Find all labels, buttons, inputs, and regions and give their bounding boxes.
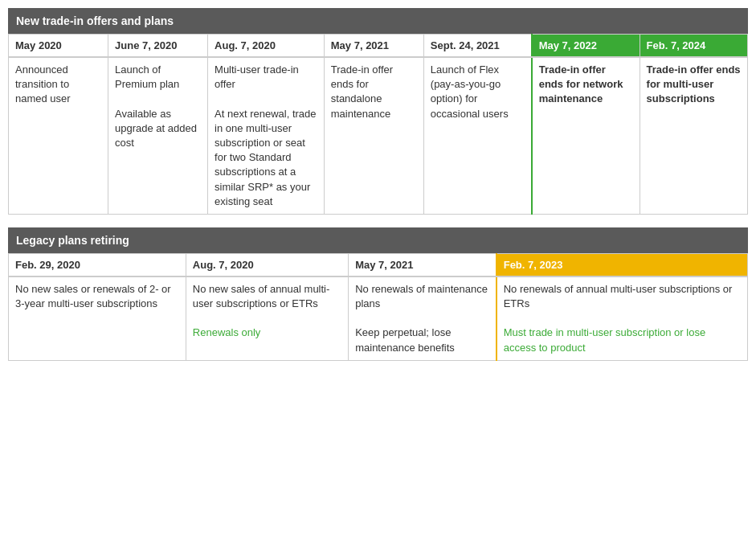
cell-may2022: Trade-in offer ends for network maintena… [532, 57, 640, 214]
section1-header-row: May 2020 June 7, 2020 Aug. 7, 2020 May 7… [9, 35, 748, 58]
col-header-may2020: May 2020 [9, 35, 108, 58]
section-legacy: Legacy plans retiring Feb. 29, 2020 Aug.… [8, 227, 748, 361]
cell-may2020-text: Announced transition to named user [15, 63, 71, 104]
col-header-sept2021: Sept. 24, 2021 [423, 35, 531, 58]
col-header-may2022: May 7, 2022 [532, 35, 640, 58]
cell2-feb2023-text1: No renewals of annual multi-user subscri… [504, 283, 733, 309]
cell-feb2024-text: Trade-in offer ends for multi-user subsc… [647, 63, 741, 104]
section2-header: Legacy plans retiring [8, 227, 748, 253]
cell-june2020-text2: Available as upgrade at added cost [115, 108, 197, 149]
col-header-aug2020: Aug. 7, 2020 [208, 35, 325, 58]
cell-june2020: Launch of Premium plan Available as upgr… [108, 57, 208, 214]
cell2-feb2020-text: No new sales or renewals of 2- or 3-year… [15, 283, 171, 309]
cell-sept2021-text: Launch of Flex (pay-as-you-go option) fo… [431, 63, 509, 120]
section2-header-row: Feb. 29, 2020 Aug. 7, 2020 May 7, 2021 F… [9, 253, 748, 276]
cell-may2022-text: Trade-in offer ends for network maintena… [539, 63, 623, 104]
section1-content-row: Announced transition to named user Launc… [9, 57, 748, 214]
cell2-may2021-text2: Keep perpetual; lose maintenance benefit… [355, 326, 455, 353]
col2-header-feb2020: Feb. 29, 2020 [9, 253, 186, 276]
col-header-may2021: May 7, 2021 [324, 35, 423, 58]
cell2-may2021-text1: No renewals of maintenance plans [355, 283, 488, 309]
cell-aug2020-text1: Multi-user trade-in offer [215, 63, 299, 90]
cell-feb2024: Trade-in offer ends for multi-user subsc… [640, 57, 747, 214]
cell-sept2021: Launch of Flex (pay-as-you-go option) fo… [423, 57, 531, 214]
cell-may2021-text: Trade-in offer ends for standalone maint… [331, 63, 393, 120]
cell-aug2020-text2: At next renewal, trade in one multi-user… [215, 108, 316, 207]
cell-june2020-text1: Launch of Premium plan [115, 63, 179, 90]
col2-header-feb2023: Feb. 7, 2023 [497, 253, 748, 276]
section1-header: New trade-in offers and plans [8, 8, 748, 34]
col2-header-aug2020: Aug. 7, 2020 [186, 253, 348, 276]
col-header-june2020: June 7, 2020 [108, 35, 208, 58]
cell2-may2021: No renewals of maintenance plans Keep pe… [349, 276, 497, 360]
col-header-feb2024: Feb. 7, 2024 [640, 35, 747, 58]
section-tradein: New trade-in offers and plans May 2020 J… [8, 8, 748, 215]
cell2-aug2020-text1: No new sales of annual multi-user subscr… [193, 283, 330, 309]
cell2-feb2020: No new sales or renewals of 2- or 3-year… [9, 276, 186, 360]
cell-may2021: Trade-in offer ends for standalone maint… [324, 57, 423, 214]
cell-aug2020: Multi-user trade-in offer At next renewa… [208, 57, 325, 214]
cell2-feb2023: No renewals of annual multi-user subscri… [497, 276, 748, 360]
section2-content-row: No new sales or renewals of 2- or 3-year… [9, 276, 748, 360]
cell-may2020: Announced transition to named user [9, 57, 108, 214]
cell2-aug2020-text2: Renewals only [193, 326, 261, 338]
section-gap [8, 215, 748, 227]
cell2-aug2020: No new sales of annual multi-user subscr… [186, 276, 348, 360]
col2-header-may2021: May 7, 2021 [349, 253, 497, 276]
section2-table: Feb. 29, 2020 Aug. 7, 2020 May 7, 2021 F… [8, 253, 748, 361]
page-container: New trade-in offers and plans May 2020 J… [0, 0, 756, 369]
cell2-feb2023-text2: Must trade in multi-user subscription or… [504, 326, 705, 353]
section1-table: May 2020 June 7, 2020 Aug. 7, 2020 May 7… [8, 34, 748, 215]
